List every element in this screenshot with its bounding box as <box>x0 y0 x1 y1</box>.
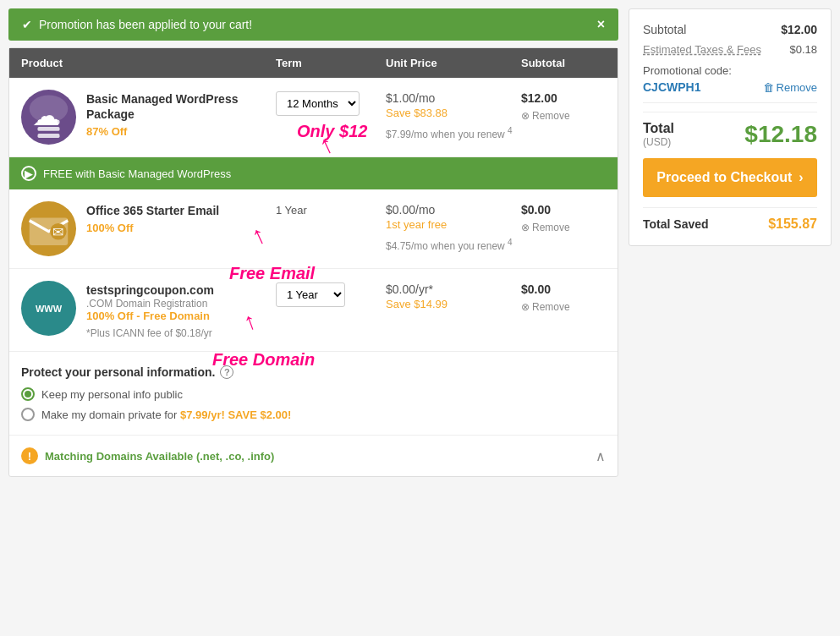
product-row-email: ✉ Office 365 Starter Email 100% Off 1 Ye… <box>9 189 618 269</box>
promo-code: CJCWPH1 <box>643 80 700 94</box>
domain-save: Save $14.99 <box>386 298 521 310</box>
checkout-label: Proceed to Checkout <box>656 170 792 185</box>
domain-icann: *Plus ICANN fee of $0.18/yr <box>86 327 214 339</box>
radio-private-circle <box>21 408 35 421</box>
svg-rect-4 <box>38 134 60 138</box>
chevron-up-icon: ∧ <box>596 448 606 464</box>
www-text: WWW <box>36 304 62 314</box>
play-icon: ▶ <box>21 166 36 181</box>
promo-code-row: CJCWPH1 🗑 Remove <box>643 80 817 94</box>
domain-subtotal: $0.00 <box>521 282 606 296</box>
wordpress-name: Basic Managed WordPress Package <box>86 91 276 122</box>
domain-details: testspringcoupon.com .COM Domain Registr… <box>86 281 214 339</box>
domain-name: testspringcoupon.com <box>86 282 214 298</box>
checkout-button[interactable]: Proceed to Checkout › <box>643 158 817 197</box>
total-label: Total <box>643 121 674 136</box>
wordpress-subtotal-cell: $12.00 ⊗ Remove <box>521 90 606 122</box>
email-unit-price: $0.00/mo <box>386 203 521 217</box>
sidebar-divider-2 <box>643 207 817 208</box>
domain-term-cell: 1 Year 2 Years 3 Years <box>276 281 386 307</box>
domain-sub: .COM Domain Registration <box>86 298 214 310</box>
taxes-row: Estimated Taxes & Fees $0.18 <box>643 43 817 56</box>
wordpress-price-cell: $1.00/mo Save $83.88 $7.99/mo when you r… <box>386 90 521 140</box>
domain-term-select[interactable]: 1 Year 2 Years 3 Years <box>276 282 345 307</box>
email-renew: $4.75/mo when you renew 4 <box>386 238 521 252</box>
total-row: Total (USD) $12.18 <box>643 121 817 148</box>
matching-text: Matching Domains Available (.net, .co, .… <box>45 450 274 463</box>
total-section: Total (USD) $12.18 <box>643 121 817 148</box>
free-banner-text: FREE with Basic Managed WordPress <box>43 167 231 180</box>
chevron-right-icon: › <box>799 170 803 185</box>
header-unit-price: Unit Price <box>386 57 521 69</box>
taxes-value: $0.18 <box>789 43 817 56</box>
wordpress-save: Save $83.88 <box>386 107 521 119</box>
promo-label: Promotional code: <box>643 64 817 77</box>
total-sublabel: (USD) <box>643 136 674 148</box>
wordpress-product-info: ☁ Basic Managed WordPress Package 87% Of… <box>21 90 276 145</box>
domain-icon: WWW <box>21 281 76 336</box>
wordpress-discount: 87% Off <box>86 125 276 138</box>
cart-table-header: Product Term Unit Price Subtotal <box>9 48 618 78</box>
circle-x-icon-email: ⊗ <box>521 222 530 233</box>
annotation-only12: Only $12 <box>297 122 367 141</box>
personal-info-section: Protect your personal information. ? Kee… <box>9 352 618 436</box>
domain-subtotal-cell: $0.00 ⊗ Remove <box>521 281 606 313</box>
total-saved-amount: $155.87 <box>768 217 817 232</box>
wordpress-remove-button[interactable]: ⊗ Remove <box>521 110 606 122</box>
circle-x-icon: ⊗ <box>521 110 530 122</box>
personal-title: Protect your personal information. ? <box>21 365 606 379</box>
trash-icon: 🗑 <box>763 81 774 94</box>
free-with-wordpress-banner: ▶ FREE with Basic Managed WordPress <box>9 157 618 189</box>
email-subtotal-cell: $0.00 ⊗ Remove <box>521 201 606 233</box>
email-details: Office 365 Starter Email 100% Off <box>86 201 219 234</box>
radio-public-circle <box>21 387 35 401</box>
domain-remove-button[interactable]: ⊗ Remove <box>521 301 606 313</box>
radio-public[interactable]: Keep my personal info public <box>21 387 606 401</box>
svg-rect-2 <box>38 120 60 124</box>
promo-remove-button[interactable]: 🗑 Remove <box>763 81 817 94</box>
matching-domains-section[interactable]: ! Matching Domains Available (.net, .co,… <box>9 436 618 476</box>
wordpress-term-select[interactable]: 12 Months 24 Months 36 Months <box>276 91 360 116</box>
radio-private[interactable]: Make my domain private for $7.99/yr! SAV… <box>21 408 606 421</box>
promo-banner-message: Promotion has been applied to your cart! <box>39 18 252 31</box>
promo-code-section: Promotional code: CJCWPH1 🗑 Remove <box>643 64 817 103</box>
product-row-wordpress: ☁ Basic Managed WordPress Package 87% Of… <box>9 78 618 157</box>
wordpress-term-cell: 12 Months 24 Months 36 Months <box>276 90 386 116</box>
cart-table: Product Term Unit Price Subtotal ☁ <box>8 47 618 477</box>
matching-left: ! Matching Domains Available (.net, .co,… <box>21 447 274 464</box>
subtotal-value: $12.00 <box>781 23 817 36</box>
svg-text:✉: ✉ <box>52 224 63 239</box>
arrow-up-1: ↑ <box>315 129 338 161</box>
email-product-info: ✉ Office 365 Starter Email 100% Off <box>21 201 276 256</box>
subtotal-label: Subtotal <box>643 23 686 36</box>
warning-icon: ! <box>21 447 38 464</box>
sidebar-divider-1 <box>643 112 817 112</box>
radio-private-label: Make my domain private for $7.99/yr! SAV… <box>41 408 291 421</box>
subtotal-row: Subtotal $12.00 <box>643 23 817 36</box>
domain-product-info: WWW testspringcoupon.com .COM Domain Reg… <box>21 281 276 339</box>
wordpress-unit-price: $1.00/mo <box>386 91 521 105</box>
domain-unit-price: $0.00/yr* <box>386 282 521 296</box>
banner-close-button[interactable]: × <box>597 17 605 32</box>
circle-x-icon-domain: ⊗ <box>521 301 530 313</box>
svg-text:☁: ☁ <box>32 101 60 131</box>
privacy-radio-group: Keep my personal info public Make my dom… <box>21 387 606 421</box>
email-term-cell: 1 Year <box>276 201 386 217</box>
svg-rect-3 <box>38 127 60 131</box>
wordpress-icon: ☁ <box>21 90 76 145</box>
wordpress-subtotal: $12.00 <box>521 91 606 105</box>
cart-sidebar: Subtotal $12.00 Estimated Taxes & Fees $… <box>629 8 832 477</box>
header-subtotal: Subtotal <box>521 57 606 69</box>
email-name: Office 365 Starter Email <box>86 203 219 218</box>
sidebar-card: Subtotal $12.00 Estimated Taxes & Fees $… <box>629 8 832 246</box>
taxes-label: Estimated Taxes & Fees <box>643 43 761 56</box>
domain-price-cell: $0.00/yr* Save $14.99 <box>386 281 521 310</box>
email-term: 1 Year <box>276 202 307 217</box>
email-save: 1st year free <box>386 218 521 231</box>
email-subtotal: $0.00 <box>521 203 606 217</box>
email-price-cell: $0.00/mo 1st year free $4.75/mo when you… <box>386 201 521 252</box>
wordpress-renew: $7.99/mo when you renew 4 <box>386 126 521 140</box>
check-circle-icon: ✔ <box>22 18 32 31</box>
email-remove-button[interactable]: ⊗ Remove <box>521 222 606 233</box>
help-icon: ? <box>220 365 233 379</box>
